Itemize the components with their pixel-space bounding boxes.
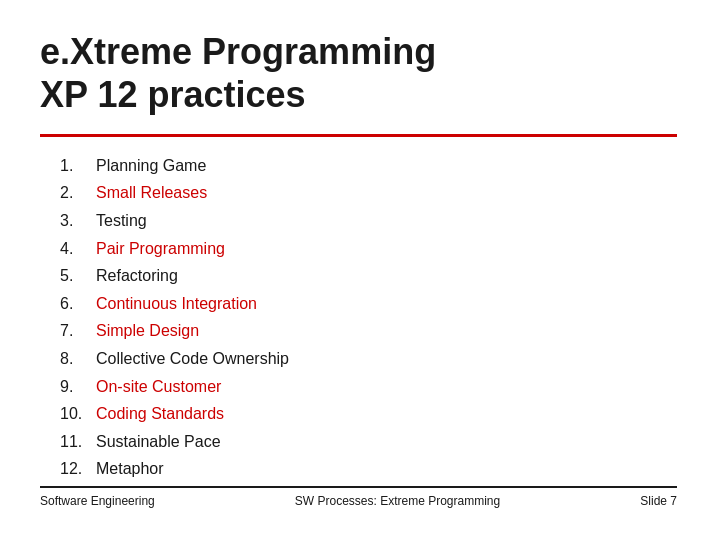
list-number: 9.: [60, 376, 96, 398]
list-item: 3.Testing: [60, 210, 677, 232]
footer-right: Slide 7: [640, 494, 677, 508]
list-text: Metaphor: [96, 458, 164, 480]
list-text: Small Releases: [96, 182, 207, 204]
slide: e.Xtreme Programming XP 12 practices 1.P…: [0, 0, 717, 538]
list-text: Testing: [96, 210, 147, 232]
list-item: 4.Pair Programming: [60, 238, 677, 260]
list-text: Simple Design: [96, 320, 199, 342]
list-text: Planning Game: [96, 155, 206, 177]
list-item: 1.Planning Game: [60, 155, 677, 177]
list-item: 6.Continuous Integration: [60, 293, 677, 315]
list-number: 6.: [60, 293, 96, 315]
list-number: 4.: [60, 238, 96, 260]
list-text: Coding Standards: [96, 403, 224, 425]
title-section: e.Xtreme Programming XP 12 practices: [40, 30, 677, 116]
list-item: 5.Refactoring: [60, 265, 677, 287]
list-text: Collective Code Ownership: [96, 348, 289, 370]
list-item: 7.Simple Design: [60, 320, 677, 342]
list-text: On-site Customer: [96, 376, 221, 398]
list-number: 8.: [60, 348, 96, 370]
list-item: 12.Metaphor: [60, 458, 677, 480]
list-number: 2.: [60, 182, 96, 204]
list-item: 10.Coding Standards: [60, 403, 677, 425]
footer-left: Software Engineering: [40, 494, 155, 508]
list-item: 11.Sustainable Pace: [60, 431, 677, 453]
list-text: Sustainable Pace: [96, 431, 221, 453]
list-number: 3.: [60, 210, 96, 232]
list-number: 1.: [60, 155, 96, 177]
list-number: 5.: [60, 265, 96, 287]
practice-list: 1.Planning Game2.Small Releases3.Testing…: [60, 155, 677, 480]
list-number: 10.: [60, 403, 96, 425]
title-line2: XP 12 practices: [40, 74, 306, 115]
title-line1: e.Xtreme Programming: [40, 31, 436, 72]
list-number: 12.: [60, 458, 96, 480]
list-number: 7.: [60, 320, 96, 342]
list-text: Refactoring: [96, 265, 178, 287]
list-item: 2.Small Releases: [60, 182, 677, 204]
content-area: 1.Planning Game2.Small Releases3.Testing…: [40, 155, 677, 486]
footer-center: SW Processes: Extreme Programming: [295, 494, 500, 508]
list-text: Pair Programming: [96, 238, 225, 260]
list-item: 8.Collective Code Ownership: [60, 348, 677, 370]
list-text: Continuous Integration: [96, 293, 257, 315]
list-number: 11.: [60, 431, 96, 453]
list-item: 9.On-site Customer: [60, 376, 677, 398]
red-divider: [40, 134, 677, 137]
slide-title: e.Xtreme Programming XP 12 practices: [40, 30, 677, 116]
footer: Software Engineering SW Processes: Extre…: [40, 486, 677, 508]
